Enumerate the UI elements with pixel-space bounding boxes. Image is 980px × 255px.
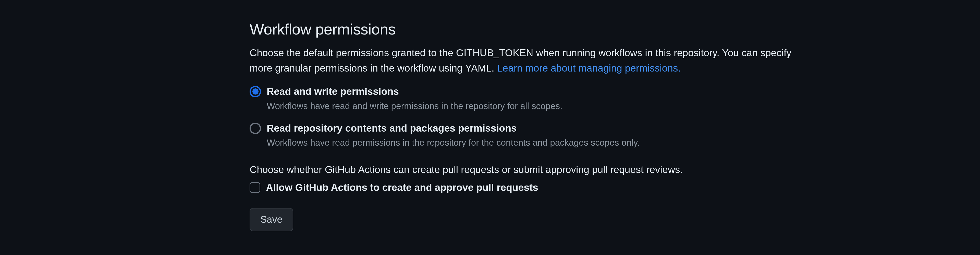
learn-more-link[interactable]: Learn more about managing permissions.: [497, 63, 681, 74]
intro-paragraph: Choose the default permissions granted t…: [250, 45, 811, 76]
radio-input-read-only[interactable]: [250, 123, 261, 134]
save-button[interactable]: Save: [250, 208, 293, 231]
checkbox-label: Allow GitHub Actions to create and appro…: [266, 182, 538, 193]
radio-title: Read repository contents and packages pe…: [267, 122, 640, 135]
radio-option-read-write[interactable]: Read and write permissions Workflows hav…: [250, 85, 829, 112]
radio-desc: Workflows have read and write permission…: [267, 99, 563, 112]
radio-desc: Workflows have read permissions in the r…: [267, 136, 640, 149]
checkbox-option-pr[interactable]: Allow GitHub Actions to create and appro…: [250, 182, 829, 193]
checkbox-input-pr[interactable]: [250, 182, 260, 193]
radio-input-read-write[interactable]: [250, 86, 261, 97]
section-heading: Workflow permissions: [250, 21, 829, 38]
radio-title: Read and write permissions: [267, 85, 563, 98]
checkbox-intro: Choose whether GitHub Actions can create…: [250, 164, 829, 175]
radio-label-group: Read and write permissions Workflows hav…: [267, 85, 563, 112]
radio-option-read-only[interactable]: Read repository contents and packages pe…: [250, 122, 829, 149]
radio-label-group: Read repository contents and packages pe…: [267, 122, 640, 149]
workflow-permissions-section: Workflow permissions Choose the default …: [250, 21, 829, 231]
